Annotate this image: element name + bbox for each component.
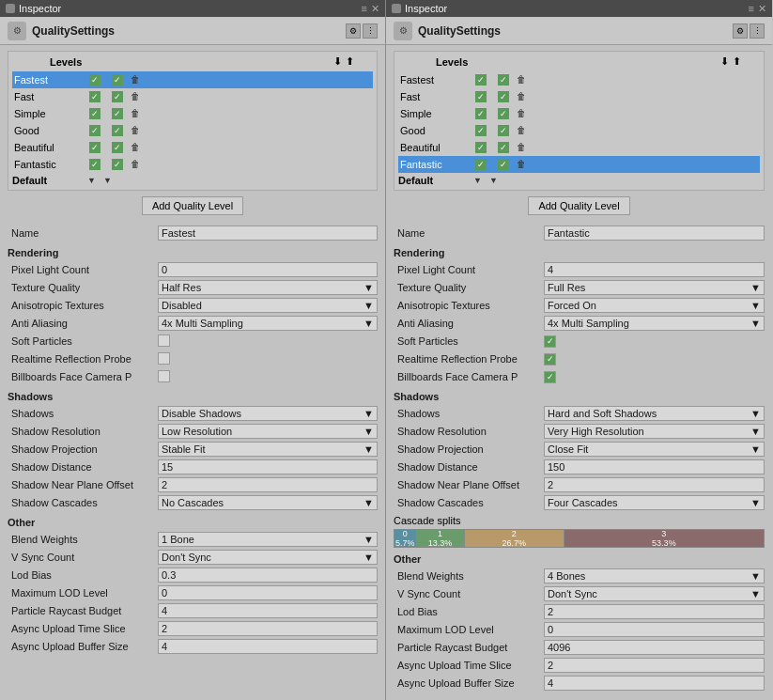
- right-more-btn[interactable]: ⋮: [750, 23, 765, 39]
- level-row-fastest[interactable]: Fastest ✓ ✓ 🗑: [12, 71, 373, 88]
- right-soft-particles-label: Soft Particles: [394, 335, 544, 347]
- left-shadow-proj-dropdown[interactable]: Stable Fit ▼: [158, 442, 378, 457]
- right-add-quality-btn[interactable]: Add Quality Level: [528, 196, 629, 215]
- left-shadow-res-dropdown[interactable]: Low Resolution ▼: [158, 424, 378, 439]
- left-lod-bias-input[interactable]: [158, 568, 378, 583]
- right-async-buf-input[interactable]: [544, 676, 765, 691]
- right-vsync-dropdown[interactable]: Don't Sync ▼: [544, 586, 765, 601]
- rcheck1f: ✓: [475, 91, 487, 102]
- right-aa-dropdown[interactable]: 4x Multi Sampling ▼: [544, 316, 765, 331]
- right-particle-input[interactable]: [544, 640, 765, 655]
- right-level-download-icon[interactable]: ⬇: [720, 55, 729, 68]
- right-level-row-beautiful[interactable]: Beautiful ✓ ✓ 🗑: [398, 139, 760, 156]
- left-texture-quality-dropdown[interactable]: Half Res ▼: [158, 280, 378, 295]
- cascade-label-2: 2: [512, 529, 517, 538]
- right-level-row-fast[interactable]: Fast ✓ ✓ 🗑: [398, 88, 760, 105]
- right-shadow-dist-input[interactable]: [544, 459, 765, 474]
- right-shadows-dropdown[interactable]: Hard and Soft Shadows ▼: [544, 406, 765, 421]
- left-default-arrow1[interactable]: ▼: [87, 176, 96, 185]
- left-vsync-text: Don't Sync: [162, 552, 211, 563]
- right-shadow-res-dropdown[interactable]: Very High Resolution ▼: [544, 424, 765, 439]
- cascade-segment-0: 0 5.7%: [394, 530, 417, 547]
- right-level-row-simple[interactable]: Simple ✓ ✓ 🗑: [398, 105, 760, 122]
- right-tab-close[interactable]: ✕: [758, 3, 766, 15]
- trash-good[interactable]: 🗑: [131, 125, 142, 136]
- left-soft-particles-checkbox[interactable]: [158, 334, 170, 347]
- right-level-row-fantastic[interactable]: Fantastic ✓ ✓ 🗑: [398, 156, 760, 173]
- left-blend-dropdown[interactable]: 1 Bone ▼: [158, 532, 378, 547]
- left-shadow-dist-input[interactable]: [158, 459, 378, 474]
- left-add-quality-btn[interactable]: Add Quality Level: [142, 196, 243, 215]
- left-vsync-arrow: ▼: [363, 552, 374, 563]
- level-row-fantastic[interactable]: Fantastic ✓ ✓ 🗑: [12, 156, 373, 173]
- level-download-icon[interactable]: ⬇: [333, 55, 342, 68]
- right-soft-particles-checkbox[interactable]: ✓: [544, 335, 556, 348]
- right-shadow-near-input[interactable]: [544, 477, 765, 492]
- right-trash-fastest[interactable]: 🗑: [517, 74, 528, 86]
- right-default-row: Default ▼ ▼: [398, 175, 760, 186]
- left-realtime-checkbox[interactable]: [158, 352, 170, 365]
- left-shadows-dropdown[interactable]: Disable Shadows ▼: [158, 406, 378, 421]
- left-name-input[interactable]: [158, 226, 378, 241]
- right-trash-fast[interactable]: 🗑: [517, 91, 528, 102]
- right-level-upload-icon[interactable]: ⬆: [733, 55, 741, 68]
- left-more-btn[interactable]: ⋮: [363, 23, 378, 39]
- right-trash-good[interactable]: 🗑: [517, 125, 528, 136]
- right-shadows-label: Shadows: [394, 408, 544, 419]
- right-default-arrow1[interactable]: ▼: [473, 176, 482, 185]
- left-vsync-dropdown[interactable]: Don't Sync ▼: [158, 550, 378, 565]
- right-level-row-good[interactable]: Good ✓ ✓ 🗑: [398, 122, 760, 139]
- right-cascade-bar[interactable]: 0 5.7% 1 13.3% 2 26.7% 3 53.3%: [394, 529, 765, 548]
- left-async-buf-input[interactable]: [158, 639, 378, 654]
- right-trash-simple[interactable]: 🗑: [517, 108, 528, 119]
- left-aa-dropdown[interactable]: 4x Multi Sampling ▼: [158, 316, 378, 331]
- right-blend-dropdown[interactable]: 4 Bones ▼: [544, 568, 765, 583]
- left-tab-menu[interactable]: ≡: [362, 3, 367, 14]
- right-level-row-fastest[interactable]: Fastest ✓ ✓ 🗑: [398, 71, 760, 88]
- trash-simple[interactable]: 🗑: [131, 108, 142, 119]
- level-row-fast[interactable]: Fast ✓ ✓ 🗑: [12, 88, 373, 105]
- level-upload-icon[interactable]: ⬆: [346, 55, 354, 68]
- right-billboards-checkbox[interactable]: ✓: [544, 371, 556, 383]
- right-vsync-text: Don't Sync: [548, 588, 597, 599]
- level-row-good[interactable]: Good ✓ ✓ 🗑: [12, 122, 373, 139]
- left-max-lod-input[interactable]: [158, 585, 378, 600]
- right-pixel-light-row: Pixel Light Count: [394, 261, 765, 278]
- right-async-time-row: Async Upload Time Slice: [394, 657, 765, 674]
- right-default-arrow2[interactable]: ▼: [489, 176, 498, 185]
- left-settings-btn[interactable]: ⚙: [346, 23, 361, 39]
- trash-beautiful[interactable]: 🗑: [131, 142, 142, 153]
- level-row-beautiful[interactable]: Beautiful ✓ ✓ 🗑: [12, 139, 373, 156]
- left-aniso-dropdown[interactable]: Disabled ▼: [158, 298, 378, 313]
- left-shadow-cascades-dropdown[interactable]: No Cascades ▼: [158, 495, 378, 510]
- left-particle-input[interactable]: [158, 603, 378, 618]
- trash-fast[interactable]: 🗑: [131, 91, 142, 102]
- right-pixel-light-input[interactable]: [544, 262, 765, 277]
- left-max-lod-label: Maximum LOD Level: [8, 587, 158, 599]
- left-billboards-checkbox[interactable]: [158, 370, 170, 382]
- right-trash-fantastic[interactable]: 🗑: [517, 159, 528, 170]
- right-aniso-dropdown[interactable]: Forced On ▼: [544, 298, 765, 313]
- level-row-simple[interactable]: Simple ✓ ✓ 🗑: [12, 105, 373, 122]
- right-realtime-checkbox[interactable]: ✓: [544, 353, 556, 366]
- left-pixel-light-input[interactable]: [158, 262, 378, 277]
- left-particle-label: Particle Raycast Budget: [8, 605, 158, 616]
- right-name-input[interactable]: [544, 226, 765, 241]
- right-lod-bias-input[interactable]: [544, 604, 765, 619]
- right-trash-beautiful[interactable]: 🗑: [517, 142, 528, 153]
- trash-fastest[interactable]: 🗑: [131, 74, 142, 86]
- right-soft-particles-value: ✓: [544, 335, 765, 348]
- right-shadow-proj-dropdown[interactable]: Close Fit ▼: [544, 442, 765, 457]
- right-async-time-input[interactable]: [544, 658, 765, 673]
- left-shadow-near-input[interactable]: [158, 477, 378, 492]
- right-settings-btn[interactable]: ⚙: [733, 23, 748, 39]
- left-async-time-input[interactable]: [158, 621, 378, 636]
- left-default-arrow2[interactable]: ▼: [103, 176, 112, 185]
- trash-fantastic[interactable]: 🗑: [131, 159, 142, 170]
- right-tab-menu[interactable]: ≡: [749, 3, 754, 14]
- right-max-lod-input[interactable]: [544, 622, 765, 637]
- right-shadow-cascades-dropdown[interactable]: Four Cascades ▼: [544, 495, 765, 510]
- right-texture-quality-dropdown[interactable]: Full Res ▼: [544, 280, 765, 295]
- left-tab-close[interactable]: ✕: [371, 3, 379, 15]
- cascade-label-1: 1: [438, 529, 442, 538]
